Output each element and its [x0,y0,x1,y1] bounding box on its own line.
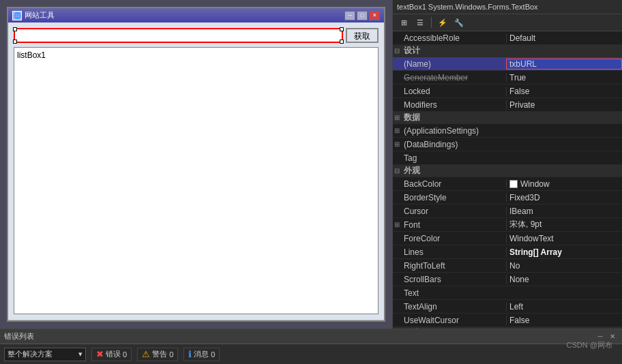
bottom-content: 整个解决方案 ▾ ✖ 错误 0 ⚠ 警告 0 ℹ 消息 0 CSDN @网布 [0,344,622,364]
prop-value-text-5: Private [509,100,535,110]
expand-icon-10[interactable]: ⊟ [393,167,401,175]
prop-name-1: 设计 [401,45,506,57]
prop-name-5: Modifiers [401,100,506,110]
prop-value-11: Window [506,179,622,189]
form-listbox[interactable]: listBox1 [14,47,379,314]
form-textbox[interactable] [14,28,343,43]
props-toolbar-icon-4[interactable]: 🔧 [452,16,466,29]
prop-name-21: UseWaitCursor [401,316,506,325]
textbox-row: 获取 [14,28,379,43]
expand-icon-14[interactable]: ⊞ [393,221,401,229]
props-row-2[interactable]: (Name)txbURL [393,57,622,71]
prop-name-15: ForeColor [401,234,506,243]
maximize-button[interactable]: □ [357,11,368,20]
expand-icon-5 [393,101,401,109]
expand-icon-7[interactable]: ⊞ [393,127,401,135]
form-icon: 🌐 [12,11,22,20]
props-row-13[interactable]: CursorIBeam [393,204,622,218]
expand-icon-2 [393,60,401,68]
prop-value-text-20: Left [509,302,523,312]
props-row-10[interactable]: ⊟外观 [393,165,622,177]
handle-bl [13,40,17,44]
props-row-3[interactable]: GenerateMemberTrue [393,71,622,85]
prop-value-17: No [506,261,622,271]
props-row-21[interactable]: UseWaitCursorFalse [393,314,622,327]
prop-value-14: 宋体, 9pt [506,219,622,230]
bottom-toolbar: 错误列表 ─ ✕ [0,329,622,344]
prop-name-12: BorderStyle [401,193,506,202]
form-title-left: 🌐 网站工具 [12,10,55,20]
expand-icon-4 [393,87,401,95]
props-row-8[interactable]: ⊞(DataBindings) [393,138,622,151]
props-row-9[interactable]: Tag [393,151,622,165]
expand-icon-3 [393,74,401,82]
dropdown-arrow: ▾ [78,350,83,359]
props-row-14[interactable]: ⊞Font宋体, 9pt [393,218,622,232]
props-row-12[interactable]: BorderStyleFixed3D [393,191,622,204]
prop-value-text-11: Window [520,179,550,189]
messages-label: 消息 [194,349,209,359]
prop-value-text-13: IBeam [509,207,533,216]
solution-dropdown[interactable]: 整个解决方案 ▾ [4,348,86,361]
prop-value-2[interactable]: txbURL [506,59,622,70]
props-row-6[interactable]: ⊞数据 [393,112,622,124]
properties-title: textBox1 System.Windows.Forms.TextBox [397,3,538,11]
expand-icon-12 [393,194,401,202]
props-toolbar-icon-1[interactable]: ⊞ [397,16,411,29]
props-row-7[interactable]: ⊞(ApplicationSettings) [393,124,622,138]
prop-value-text-0: Default [509,33,535,43]
minimize-button[interactable]: ─ [344,11,355,20]
warnings-count: 0 [169,350,173,359]
properties-table: AccessibleRoleDefault⊟设计(Name)txbURLGene… [393,31,622,329]
expand-icon-1[interactable]: ⊟ [393,47,401,55]
handle-tl [13,27,17,31]
props-row-16[interactable]: LinesString[] Array [393,245,622,259]
prop-value-13: IBeam [506,207,622,216]
props-row-0[interactable]: AccessibleRoleDefault [393,31,622,45]
props-toolbar-icon-2[interactable]: ☰ [413,16,427,29]
props-toolbar-icon-3[interactable]: ⚡ [436,16,449,29]
prop-name-18: ScrollBars [401,275,506,284]
prop-value-text-18: None [509,275,529,284]
close-button[interactable]: ✕ [369,11,380,20]
props-row-19[interactable]: Text [393,286,622,300]
expand-icon-20 [393,303,401,311]
prop-value-4: False [506,87,622,96]
props-row-4[interactable]: LockedFalse [393,85,622,98]
props-row-5[interactable]: ModifiersPrivate [393,98,622,112]
expand-icon-6[interactable]: ⊞ [393,114,401,122]
expand-icon-11 [393,180,401,188]
solution-label: 整个解决方案 [8,349,53,359]
warnings-label: 警告 [152,349,167,359]
prop-value-text-16: String[] Array [509,247,562,257]
prop-value-text-3: True [509,73,526,82]
prop-name-16: Lines [401,247,506,257]
errors-count: 0 [123,350,127,359]
watermark: CSDN @网布 [567,340,612,350]
props-row-17[interactable]: RightToLeftNo [393,259,622,273]
get-button[interactable]: 获取 [346,28,379,43]
prop-name-4: Locked [401,87,506,96]
listbox-text: listBox1 [17,50,46,60]
error-badge[interactable]: ✖ 错误 0 [91,348,132,361]
message-badge[interactable]: ℹ 消息 0 [183,348,220,361]
prop-name-20: TextAlign [401,302,506,312]
prop-name-19: Text [401,288,506,298]
props-row-1[interactable]: ⊟设计 [393,45,622,57]
warning-badge[interactable]: ⚠ 警告 0 [137,348,178,361]
prop-value-3: True [506,73,622,82]
prop-value-text-17: No [509,261,520,271]
prop-value-5: Private [506,100,622,110]
expand-icon-8[interactable]: ⊞ [393,140,401,149]
form-window: 🌐 网站工具 ─ □ ✕ 获取 [7,7,385,322]
props-row-20[interactable]: TextAlignLeft [393,300,622,314]
prop-value-15: WindowText [506,234,622,243]
error-list-title: 错误列表 [4,331,34,342]
prop-name-17: RightToLeft [401,261,506,271]
props-row-11[interactable]: BackColorWindow [393,177,622,191]
props-row-18[interactable]: ScrollBarsNone [393,273,622,286]
expand-icon-17 [393,262,401,270]
prop-value-text-21: False [509,316,529,325]
prop-value-text-2: txbURL [509,59,537,69]
props-row-15[interactable]: ForeColorWindowText [393,232,622,245]
